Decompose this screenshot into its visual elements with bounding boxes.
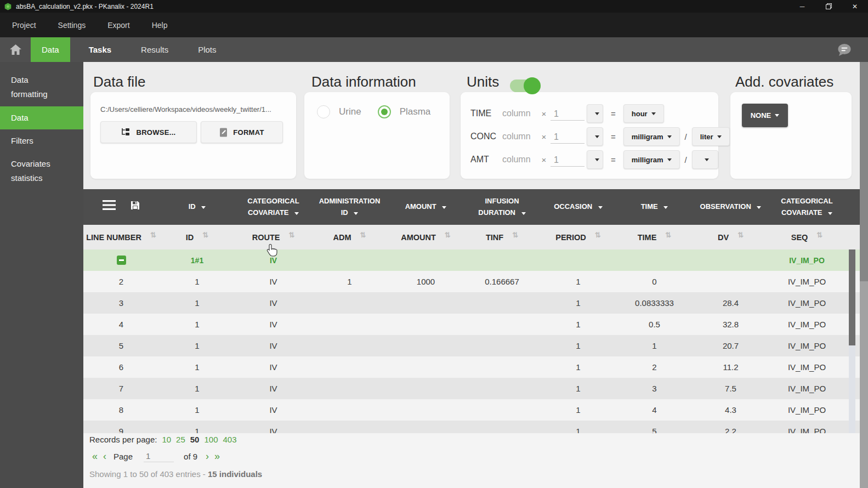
next-page-button[interactable]: › (203, 451, 212, 462)
column-name-header-row: LINE NUMBER⇅ID⇅ROUTE⇅ADM⇅AMOUNT⇅TINF⇅PER… (83, 225, 860, 249)
column-tag-categorical-covariate[interactable]: CATEGORICAL COVARIATE (769, 189, 845, 225)
home-button[interactable] (0, 37, 31, 62)
previous-page-button[interactable]: ‹ (100, 451, 109, 462)
records-option-403[interactable]: 403 (223, 435, 237, 444)
units-row-time: TIMEcolumn×1=hour (470, 102, 730, 125)
page-number-input[interactable] (144, 450, 174, 462)
column-header-line-number[interactable]: LINE NUMBER⇅ (83, 225, 159, 249)
records-option-25[interactable]: 25 (176, 435, 185, 444)
column-header-period[interactable]: PERIOD⇅ (540, 225, 616, 249)
add-covariates-none-button[interactable]: NONE (742, 104, 788, 127)
tab-data[interactable]: Data (31, 37, 70, 62)
column-tag-time[interactable]: TIME (616, 189, 693, 225)
cell-route: IV (235, 314, 311, 335)
format-label: FORMAT (233, 128, 264, 137)
column-header-time[interactable]: TIME⇅ (616, 225, 693, 249)
collapse-row-button[interactable] (117, 256, 126, 265)
column-header-route[interactable]: ROUTE⇅ (235, 225, 311, 249)
units-toggle[interactable] (510, 80, 538, 92)
table-row[interactable]: 51IV1120.7IV_IM_PO (83, 335, 860, 356)
cell-route: IV (235, 378, 311, 399)
unit-denominator-dropdown[interactable]: liter (692, 127, 730, 146)
table-row[interactable]: 21IV110000.16666710IV_IM_PO (83, 271, 860, 292)
plasma-radio[interactable] (378, 105, 391, 118)
cell-period: 1 (540, 399, 616, 421)
table-row[interactable]: 91IV152.2IV_IM_PO (83, 421, 860, 433)
data-information-title: Data information (311, 73, 416, 90)
first-page-button[interactable]: « (89, 451, 100, 462)
column-header-tinf[interactable]: TINF⇅ (464, 225, 540, 249)
column-header-id[interactable]: ID⇅ (159, 225, 235, 249)
column-header-amount[interactable]: AMOUNT⇅ (388, 225, 464, 249)
menu-help[interactable]: Help (152, 21, 168, 30)
table-menu-button[interactable] (103, 200, 116, 213)
column-tag-occasion[interactable]: OCCASION (540, 189, 616, 225)
minimize-button[interactable]: ─ (789, 0, 815, 13)
page-scrollbar-thumb[interactable] (860, 62, 868, 281)
records-option-100[interactable]: 100 (204, 435, 218, 444)
tab-plots[interactable]: Plots (187, 37, 227, 62)
column-tag-categorical-covariate[interactable]: CATEGORICAL COVARIATE (235, 189, 311, 225)
browse-button[interactable]: BROWSE... (100, 121, 197, 143)
table-save-button[interactable] (131, 201, 140, 213)
column-tag-observation[interactable]: OBSERVATION (693, 189, 769, 225)
menu-export[interactable]: Export (107, 21, 129, 30)
format-button[interactable]: FORMAT (201, 121, 283, 143)
column-header-label: PERIOD (555, 233, 586, 242)
table-scrollbar-thumb[interactable] (849, 249, 855, 345)
cell-amount: 1000 (388, 271, 464, 292)
menu-settings[interactable]: Settings (58, 21, 86, 30)
unit-factor-dropdown[interactable] (587, 150, 603, 169)
restore-button[interactable] (815, 0, 842, 13)
unit-numerator-dropdown[interactable]: hour (623, 104, 664, 123)
column-header-seq[interactable]: SEQ⇅ (769, 225, 845, 249)
unit-factor-dropdown[interactable] (587, 127, 603, 146)
table-row[interactable]: 31IV10.083333328.4IV_IM_PO (83, 292, 860, 314)
unit-factor-input[interactable]: 1 (551, 130, 585, 144)
cell-seq: IV_IM_PO (769, 421, 845, 433)
unit-numerator-dropdown[interactable]: milligram (623, 127, 680, 146)
column-tag-amount[interactable]: AMOUNT (388, 189, 464, 225)
page-label: Page (114, 452, 133, 461)
cell-adm (311, 249, 388, 271)
table-row[interactable]: 61IV1211.2IV_IM_PO (83, 356, 860, 378)
unit-factor-input[interactable]: 1 (551, 153, 585, 167)
column-tag-label: ID (189, 201, 206, 212)
column-header-adm[interactable]: ADM⇅ (311, 225, 388, 249)
table-row[interactable]: 71IV137.5IV_IM_PO (83, 378, 860, 399)
unit-factor-input[interactable]: 1 (551, 107, 585, 121)
records-option-10[interactable]: 10 (162, 435, 171, 444)
tab-list: DataTasksResultsPlots (31, 37, 235, 62)
unit-factor-dropdown[interactable] (587, 104, 603, 123)
floppy-disk-icon (131, 201, 140, 210)
sidebar-item-covariates-statistics[interactable]: Covariates statistics (0, 152, 83, 190)
table-row[interactable]: 1#1IVIV_IM_PO (83, 249, 860, 271)
column-tag-infusion-duration[interactable]: INFUSION DURATION (464, 189, 540, 225)
column-header-dv[interactable]: DV⇅ (693, 225, 769, 249)
cell-time: 5 (616, 421, 693, 433)
urine-radio[interactable] (317, 105, 330, 118)
chat-button[interactable] (837, 37, 852, 62)
column-tag-administration-id[interactable]: ADMINISTRATION ID (311, 189, 388, 225)
table-row[interactable]: 81IV144.3IV_IM_PO (83, 399, 860, 421)
close-button[interactable]: ✕ (842, 0, 868, 13)
unit-column-label: column (502, 109, 537, 118)
column-header-label: SEQ (791, 233, 808, 242)
pagination: « ‹ Page of 9 › » (89, 450, 223, 462)
column-tag-id[interactable]: ID (159, 189, 235, 225)
unit-denominator-dropdown[interactable] (692, 150, 718, 169)
page-scrollbar[interactable] (860, 62, 868, 488)
table-row[interactable]: 41IV10.532.8IV_IM_PO (83, 314, 860, 335)
sidebar-item-data-formatting[interactable]: Data formatting (0, 69, 83, 106)
cell-dv (693, 271, 769, 292)
sidebar-item-data[interactable]: Data (0, 106, 83, 129)
menu-project[interactable]: Project (12, 21, 36, 30)
sidebar-item-filters[interactable]: Filters (0, 129, 83, 152)
last-page-button[interactable]: » (212, 451, 223, 462)
unit-numerator-dropdown[interactable]: milligram (623, 150, 680, 169)
tab-results[interactable]: Results (130, 37, 179, 62)
records-option-50[interactable]: 50 (190, 435, 200, 444)
table-scrollbar[interactable] (849, 249, 855, 433)
tab-tasks[interactable]: Tasks (78, 37, 122, 62)
chevron-down-icon (294, 212, 299, 215)
